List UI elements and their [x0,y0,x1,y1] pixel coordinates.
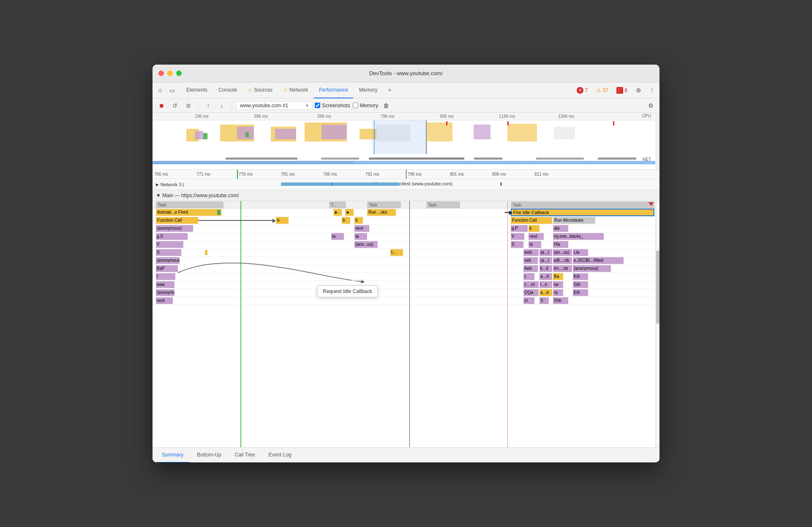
flame-scrollbar[interactable] [655,201,659,447]
block-run-sks[interactable]: Run ...sks [367,209,396,216]
block-ba[interactable]: Ba [553,273,563,280]
block-kd[interactable]: k...d [540,265,552,272]
block-gp[interactable]: g.P [511,225,528,232]
block-run-micro[interactable]: Run Microtasks [553,217,595,224]
block-fire-idle[interactable]: Fire Idle Callback [511,209,654,216]
block-ano-us[interactable]: (ano...us) [354,241,378,248]
url-selector[interactable]: www.youtube.com #1 ▾ [236,101,312,110]
block-s-3[interactable]: S [540,297,549,304]
block-arrow-right[interactable]: ► [345,209,354,216]
block-b-3[interactable]: b [529,225,540,232]
block-hla[interactable]: Hla [553,241,568,248]
block-fn-call-1[interactable]: Function Call [156,217,198,224]
memory-checkbox[interactable] [353,103,358,108]
cursor-icon[interactable]: ⊹ [155,85,165,95]
block-a1[interactable]: (a...) [540,249,552,256]
block-gib[interactable]: Gib [573,281,588,288]
block-b-1[interactable]: b [342,217,350,224]
block-cnt[interactable]: c....nt [523,281,539,288]
block-ta-2[interactable]: ta [354,233,367,240]
block-animati[interactable]: Animati...e Fired [156,209,221,216]
block-an-us[interactable]: (an...us) [553,249,572,256]
block-oqa[interactable]: OQa [523,289,539,296]
tab-elements[interactable]: Elements [181,82,213,98]
block-lla[interactable]: Lla [573,249,588,256]
block-ad-1[interactable]: a...d [540,273,552,280]
memory-checkbox-label[interactable]: Memory [353,103,378,109]
more-icon[interactable]: ⋮ [647,85,657,95]
close-button[interactable] [158,71,164,76]
block-web[interactable]: web [523,249,539,256]
tab-more[interactable]: » [383,82,396,98]
block-ad-2[interactable]: a...d [540,289,552,296]
block-b-2[interactable]: b [354,217,363,224]
block-anon-1[interactable]: (anonymous) [156,225,193,232]
tab-console[interactable]: Console [213,82,242,98]
block-fn-call-2[interactable]: Function Call [511,217,552,224]
block-ejsc[interactable]: e.JSC$6...Ifilled [573,257,624,264]
tab-memory[interactable]: Memory [354,82,382,98]
tab-performance[interactable]: Performance [314,82,353,98]
maximize-button[interactable] [176,71,182,76]
block-ala[interactable]: ala [553,225,568,232]
minimize-button[interactable] [167,71,173,76]
block-next-2[interactable]: next [529,233,544,240]
block-s-2[interactable]: S [156,249,181,256]
block-shb[interactable]: Shb [553,297,568,304]
settings-icon[interactable]: ⚙ [633,85,643,95]
screenshots-checkbox[interactable] [315,103,320,108]
block-c[interactable]: c [523,273,534,280]
block-f[interactable]: f... [390,249,403,256]
block-s-1[interactable]: S [511,241,523,248]
settings-gear-icon[interactable]: ⚙ [645,100,656,111]
block-sa[interactable]: sa [553,281,563,288]
upload-button[interactable]: ↑ [203,100,214,111]
block-xeb[interactable]: xeb [523,257,538,264]
block-bap[interactable]: BaP [156,265,178,272]
block-v-1[interactable]: V [511,233,524,240]
block-ra[interactable]: ra [553,289,563,296]
block-aeb[interactable]: Aeb [523,265,538,272]
block-arrow-left[interactable]: ► [333,209,342,216]
info-badge[interactable]: 🚩 8 [614,86,630,95]
screenshots-checkbox-label[interactable]: Screenshots [315,103,350,109]
scrollbar-thumb[interactable] [656,250,659,324]
expand-triangle-icon[interactable]: ▶ [156,182,159,187]
errors-badge[interactable]: ✕ 7 [574,86,590,95]
block-eib[interactable]: Eib [573,289,588,296]
block-mj-exe[interactable]: mj.exe...backs_ [553,233,604,240]
tab-event-log[interactable]: Event Log [263,448,297,463]
tab-call-tree[interactable]: Call Tree [229,448,261,463]
overview-scrollbar[interactable] [655,113,659,169]
tab-network[interactable]: ⚠ Network [278,82,313,98]
block-anon-3[interactable]: (anonymous) [573,265,611,272]
tab-summary[interactable]: Summary [156,448,189,463]
clear-button[interactable]: ⊘ [183,100,194,111]
block-ie[interactable]: i...e [540,281,552,288]
download-button[interactable]: ↓ [216,100,227,111]
block-kib[interactable]: Kib [573,273,588,280]
warnings-badge[interactable]: ⚠ 37 [594,86,610,94]
trash-icon[interactable]: 🗑 [381,100,392,111]
block-next-3[interactable]: next [156,297,173,304]
record-button[interactable]: ⏺ [156,100,167,111]
block-anon-2[interactable]: (anonymous) [156,257,180,264]
block-anon-4[interactable]: (anonymous) [156,289,174,296]
block-b-small[interactable]: b [276,217,289,224]
block-v-2[interactable]: V [156,241,183,248]
block-ta-1[interactable]: ta [331,233,344,240]
block-t[interactable]: t [156,273,175,280]
block-im-ob[interactable]: Im....ob [553,265,572,272]
device-icon[interactable]: ▭ [167,85,177,95]
tab-bottom-up[interactable]: Bottom-Up [191,448,227,463]
block-ct[interactable]: ct [523,297,534,304]
block-waa[interactable]: waa [156,281,174,288]
tab-sources[interactable]: ⚠ Sources [243,82,278,98]
timeline-overview[interactable]: 196 ms 396 ms 596 ms 796 ms 996 ms 1196 … [153,113,659,170]
block-gs[interactable]: g.S [156,233,188,240]
block-wb-ob[interactable]: wB....ob [553,257,572,264]
reload-button[interactable]: ↺ [169,100,180,111]
block-ta-3[interactable]: ta [529,241,541,248]
block-next-1[interactable]: next [354,225,369,232]
block-a2[interactable]: (a...) [540,257,552,264]
